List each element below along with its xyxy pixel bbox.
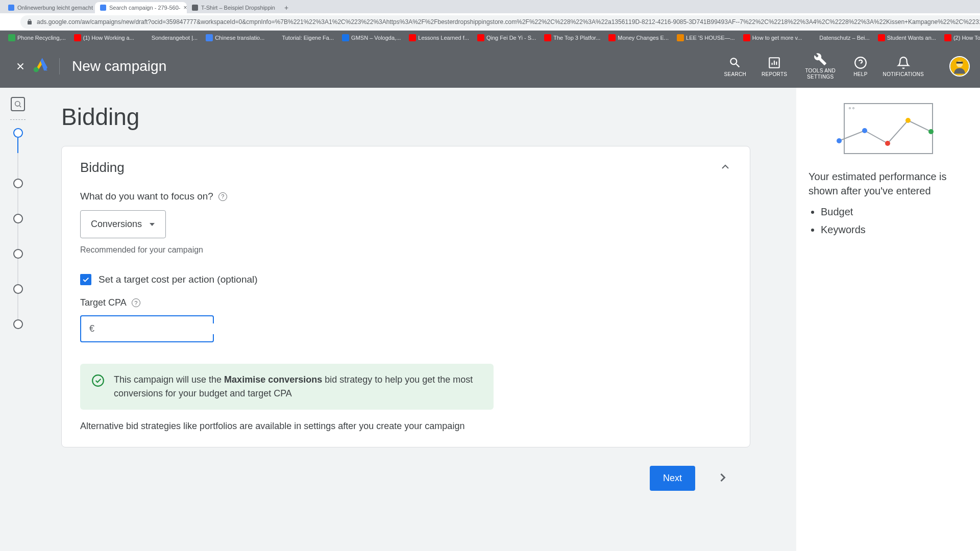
url-text: ads.google.com/aw/campaigns/new/draft?oc…	[37, 18, 980, 26]
list-item: Budget	[821, 206, 968, 218]
reports-label: REPORTS	[762, 71, 787, 77]
svg-point-12	[862, 128, 867, 133]
search-button[interactable]: SEARCH	[724, 56, 746, 77]
svg-rect-8	[957, 62, 963, 64]
bookmark-item[interactable]: Sonderangebot |...	[139, 33, 201, 42]
bookmarks-bar: Phone Recycling,...(1) How Working a...S…	[0, 31, 980, 45]
tools-label: TOOLS AND SETTINGS	[802, 68, 838, 80]
search-label: SEARCH	[724, 71, 746, 77]
checkbox-label: Set a target cost per action (optional)	[99, 274, 258, 285]
google-ads-logo-icon	[33, 57, 50, 76]
bookmark-item[interactable]: LEE 'S HOUSE—...	[674, 33, 738, 42]
card-title: Bidding	[80, 160, 125, 176]
bookmark-item[interactable]: How to get more v...	[740, 33, 805, 42]
strategy-banner: This campaign will use the Maximise conv…	[80, 364, 494, 410]
svg-point-14	[905, 118, 911, 123]
section-heading: Bidding	[61, 103, 750, 131]
svg-point-10	[92, 375, 104, 386]
check-circle-icon	[91, 374, 105, 387]
bookmark-item[interactable]: Chinese translatio...	[203, 33, 267, 42]
collapse-icon[interactable]	[719, 161, 731, 175]
svg-point-15	[928, 129, 934, 134]
step[interactable]	[13, 319, 23, 329]
banner-text-pre: This campaign will use the	[114, 374, 224, 385]
check-icon	[82, 276, 90, 284]
svg-point-3	[34, 67, 39, 72]
target-cpa-label: Target CPA	[80, 297, 127, 308]
bidding-card: Bidding What do you want to focus on? ? …	[61, 146, 750, 447]
tab-title: Onlinewerbung leicht gemacht	[17, 5, 93, 11]
help-button[interactable]: HELP	[853, 56, 867, 77]
bookmark-item[interactable]: (2) How To Add A...	[941, 33, 980, 42]
step[interactable]	[13, 249, 23, 259]
bookmark-item[interactable]: Phone Recycling,...	[5, 33, 69, 42]
user-avatar[interactable]	[949, 56, 970, 77]
list-item: Keywords	[821, 224, 968, 236]
step-active[interactable]	[13, 128, 23, 138]
performance-panel: Your estimated performance is shown afte…	[796, 88, 980, 551]
bookmark-item[interactable]: The Top 3 Platfor...	[541, 33, 603, 42]
new-tab-button[interactable]: +	[281, 2, 292, 13]
alt-strategies-text: Alternative bid strategies like portfoli…	[80, 421, 731, 432]
bookmark-item[interactable]: Datenschutz – Bei...	[807, 33, 872, 42]
reports-button[interactable]: REPORTS	[762, 56, 787, 77]
browser-tab[interactable]: Onlinewerbung leicht gemacht ×	[3, 2, 95, 13]
step[interactable]	[13, 214, 23, 223]
bookmark-item[interactable]: Lessons Learned f...	[406, 33, 472, 42]
app-header: New campaign SEARCH REPORTS TOOLS AND SE…	[0, 45, 980, 88]
svg-point-13	[885, 141, 890, 146]
banner-text-strong: Maximise conversions	[224, 374, 322, 385]
left-rail	[0, 88, 36, 551]
focus-hint: Recommended for your campaign	[80, 245, 731, 255]
close-icon[interactable]: ×	[278, 4, 279, 11]
step[interactable]	[13, 284, 23, 294]
browser-tab[interactable]: T-Shirt – Beispiel Dropshippin ×	[187, 2, 279, 13]
tab-title: T-Shirt – Beispiel Dropshippin	[201, 5, 275, 11]
overview-icon[interactable]	[11, 97, 25, 111]
next-button[interactable]: Next	[650, 466, 695, 491]
currency-symbol: €	[89, 323, 94, 334]
browser-tab-strip: Onlinewerbung leicht gemacht × Search ca…	[0, 0, 980, 13]
focus-select[interactable]: Conversions	[80, 210, 166, 238]
help-icon[interactable]: ?	[132, 298, 140, 307]
bookmark-item[interactable]: Money Changes E...	[605, 33, 672, 42]
chevron-down-icon	[149, 221, 155, 228]
tab-title: Search campaign - 279-560-	[109, 5, 180, 11]
svg-point-9	[15, 102, 20, 106]
help-label: HELP	[853, 71, 867, 77]
address-bar[interactable]: ads.google.com/aw/campaigns/new/draft?oc…	[20, 15, 980, 29]
tools-settings-button[interactable]: TOOLS AND SETTINGS	[802, 53, 838, 80]
forward-chevron-icon[interactable]	[716, 470, 730, 487]
target-cpa-input-wrapper[interactable]: €	[80, 315, 214, 342]
chart-placeholder-icon	[844, 103, 933, 154]
step[interactable]	[13, 179, 23, 188]
target-cpa-input[interactable]	[100, 323, 218, 334]
bookmark-item[interactable]: GMSN – Vologda,...	[339, 33, 404, 42]
favicon-icon	[100, 5, 106, 11]
page-title: New campaign	[59, 58, 166, 74]
performance-list: Budget Keywords	[808, 206, 968, 236]
close-icon[interactable]: ×	[183, 4, 187, 11]
target-cpa-checkbox[interactable]	[80, 274, 91, 285]
favicon-icon	[192, 5, 198, 11]
campaign-stepper	[13, 128, 23, 329]
notifications-label: NOTIFICATIONS	[883, 71, 924, 77]
help-icon[interactable]: ?	[218, 192, 227, 201]
bookmark-item[interactable]: Student Wants an...	[875, 33, 939, 42]
focus-value: Conversions	[91, 219, 142, 230]
browser-toolbar: ads.google.com/aw/campaigns/new/draft?oc…	[0, 13, 980, 31]
close-button[interactable]	[10, 56, 31, 77]
main-content[interactable]: Bidding Bidding What do you want to focu…	[36, 88, 776, 551]
svg-point-11	[837, 138, 842, 143]
browser-tab[interactable]: Search campaign - 279-560- ×	[95, 2, 187, 13]
notifications-button[interactable]: NOTIFICATIONS	[883, 56, 924, 77]
bookmark-item[interactable]: Qing Fei De Yi - S...	[474, 33, 539, 42]
focus-label: What do you want to focus on?	[80, 191, 213, 202]
lock-icon	[27, 19, 33, 25]
favicon-icon	[8, 5, 14, 11]
bookmark-item[interactable]: (1) How Working a...	[71, 33, 137, 42]
performance-text: Your estimated performance is shown afte…	[808, 169, 968, 198]
bookmark-item[interactable]: Tutorial: Eigene Fa...	[270, 33, 337, 42]
